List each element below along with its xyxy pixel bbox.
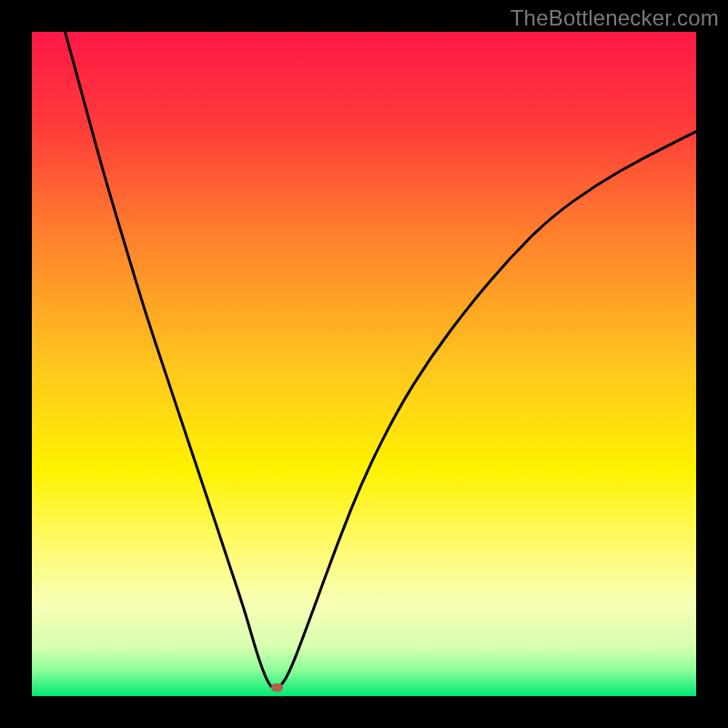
chart-frame: TheBottlenecker.com [0,0,728,728]
curve-layer [32,32,696,696]
minimum-marker [271,683,283,692]
bottleneck-curve [66,32,697,688]
attribution-label: TheBottlenecker.com [511,5,719,31]
plot-area [32,32,696,696]
